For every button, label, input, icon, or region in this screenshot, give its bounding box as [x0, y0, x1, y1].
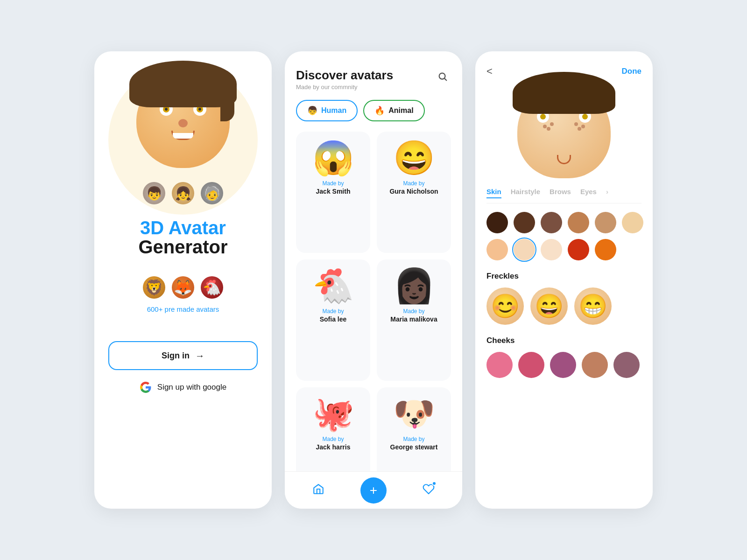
cheek-color-2[interactable]: [518, 352, 544, 378]
animal-avatar-3[interactable]: 🐔: [201, 276, 223, 299]
cheek-color-4[interactable]: [582, 352, 608, 378]
animal-avatar-2[interactable]: 🦊: [172, 276, 194, 299]
avatar-emoji-0: 😱: [312, 141, 354, 175]
tab-human-label: Human: [321, 106, 346, 115]
sign-in-label: Sign in: [162, 351, 190, 361]
made-by-label-4: Made by: [322, 436, 344, 442]
skin-color-7[interactable]: [486, 239, 508, 260]
skin-color-4[interactable]: [568, 212, 589, 233]
made-by-label-1: Made by: [403, 180, 424, 187]
avatar-emoji-3: 👩🏿: [393, 269, 435, 302]
cheek-color-5[interactable]: [613, 352, 640, 378]
avatar-grid: 😱 Made by Jack Smith 😄 Made by Gura Nich…: [296, 132, 451, 509]
google-sign-up-button[interactable]: Sign up with google: [140, 381, 226, 393]
cheeks-label: Cheeks: [486, 336, 641, 345]
hero-avatar: [136, 75, 230, 168]
app-title: 3D Avatar Generator: [138, 217, 227, 258]
skin-color-2[interactable]: [514, 212, 535, 233]
freckle-4: [581, 125, 585, 128]
small-avatar-2[interactable]: 👧: [172, 182, 194, 204]
screen-login: 👦 👧 🧓 3D Avatar Generator 🦁 🦊 🐔 600+ pre…: [94, 51, 272, 509]
back-button[interactable]: <: [486, 65, 493, 77]
cheek-color-3[interactable]: [550, 352, 576, 378]
svg-line-1: [444, 78, 446, 80]
freckle-2: [550, 122, 554, 126]
animal-avatar-1[interactable]: 🦁: [143, 276, 165, 299]
avatar-hair-side: [220, 84, 234, 121]
avatar-card-3[interactable]: 👩🏿 Made by Maria malikova: [377, 259, 451, 381]
editor-mouth: [557, 155, 571, 164]
search-button[interactable]: [434, 68, 451, 85]
bottom-navigation: +: [285, 471, 462, 509]
freckle-1: [543, 125, 547, 128]
cheeks-color-row: [486, 352, 641, 378]
editor-hair: [513, 72, 615, 114]
discover-title: Discover avatars: [296, 68, 393, 83]
avatar-emoji-4: 🐙: [312, 397, 354, 430]
made-by-name-2: Sofia lee: [320, 315, 347, 323]
avatar-card-1[interactable]: 😄 Made by Gura Nicholson: [377, 132, 451, 253]
avatar-card-0[interactable]: 😱 Made by Jack Smith: [296, 132, 370, 253]
screen-discover: Discover avatars Made by our commnity 👦 …: [285, 51, 462, 509]
freckle-3: [547, 127, 550, 131]
editor-tab-more[interactable]: ›: [606, 188, 608, 198]
tab-animal-icon: 🔥: [374, 105, 385, 116]
editor-tab-eyes[interactable]: Eyes: [580, 188, 597, 198]
freckles-options: 😊 😄 😁: [486, 287, 641, 325]
made-by-label-2: Made by: [322, 308, 344, 315]
small-avatar-1[interactable]: 👦: [143, 182, 165, 204]
skin-color-grid: [486, 212, 641, 260]
skin-color-5[interactable]: [595, 212, 616, 233]
sign-in-arrow-icon: →: [195, 350, 204, 361]
freckles-label: Freckles: [486, 272, 641, 281]
editor-tabs: Skin Hairstyle Brows Eyes ›: [486, 188, 641, 203]
premade-count: 600+ pre made avatars: [147, 305, 219, 313]
skin-color-1[interactable]: [486, 212, 508, 233]
editor-tab-brows[interactable]: Brows: [550, 188, 571, 198]
skin-color-8-selected[interactable]: [514, 239, 535, 260]
sign-in-button[interactable]: Sign in →: [108, 341, 258, 370]
nav-favorites-button[interactable]: [423, 483, 435, 498]
tab-animal-label: Animal: [388, 106, 413, 115]
title-3d: 3D Avatar: [140, 217, 226, 238]
skin-color-6[interactable]: [622, 212, 643, 233]
freckle-5: [574, 122, 578, 126]
avatar-emoji-2: 🐔: [312, 269, 354, 302]
skin-color-10[interactable]: [568, 239, 589, 260]
made-by-name-3: Maria malikova: [390, 315, 437, 323]
freckle-6: [578, 127, 581, 131]
freckle-option-3[interactable]: 😁: [574, 287, 612, 325]
skin-color-9[interactable]: [541, 239, 562, 260]
editor-tab-hairstyle[interactable]: Hairstyle: [511, 188, 540, 198]
skin-color-11[interactable]: [595, 239, 616, 260]
small-avatar-3[interactable]: 🧓: [201, 182, 223, 204]
nav-home-button[interactable]: [312, 483, 324, 498]
tab-animal[interactable]: 🔥 Animal: [363, 100, 424, 121]
discover-subtitle: Made by our commnity: [296, 84, 393, 91]
animal-avatars-row: 🦁 🦊 🐔: [143, 276, 223, 299]
category-tabs: 👦 Human 🔥 Animal: [296, 100, 451, 121]
made-by-name-5: George stewart: [390, 443, 438, 451]
cheek-color-1[interactable]: [486, 352, 513, 378]
avatar-emoji-5: 🐶: [393, 397, 435, 430]
made-by-label-5: Made by: [403, 436, 424, 442]
tab-human-icon: 👦: [307, 105, 317, 116]
avatar-emoji-1: 😄: [393, 141, 435, 175]
done-button[interactable]: Done: [622, 67, 642, 76]
avatar-card-2[interactable]: 🐔 Made by Sofia lee: [296, 259, 370, 381]
google-sign-up-label: Sign up with google: [157, 383, 226, 392]
made-by-name-1: Gura Nicholson: [389, 188, 438, 195]
screen-editor: < Done Skin Hairstyle Brows Eyes ›: [475, 51, 653, 509]
avatar-mouth: [171, 131, 195, 140]
made-by-label-3: Made by: [403, 308, 424, 315]
tab-human[interactable]: 👦 Human: [296, 100, 358, 121]
nav-create-button[interactable]: +: [360, 477, 387, 504]
editor-avatar: [517, 85, 611, 178]
made-by-name-0: Jack Smith: [316, 188, 351, 195]
made-by-name-4: Jack harris: [316, 443, 351, 451]
editor-tab-skin[interactable]: Skin: [486, 188, 501, 198]
freckle-option-1[interactable]: 😊: [486, 287, 524, 325]
freckle-option-2[interactable]: 😄: [530, 287, 568, 325]
avatar-nose: [178, 119, 188, 127]
skin-color-3[interactable]: [541, 212, 562, 233]
